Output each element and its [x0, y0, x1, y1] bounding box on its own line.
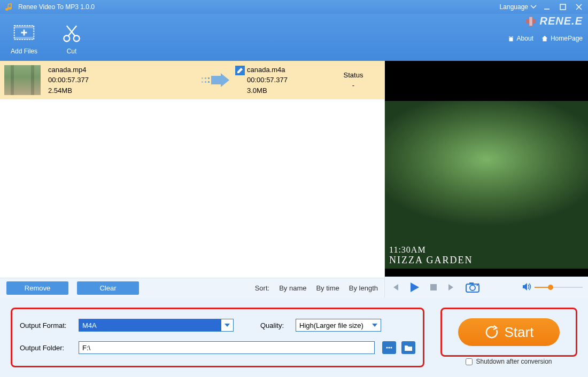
svg-rect-16 [509, 37, 513, 41]
app-logo-icon [5, 3, 14, 11]
svg-point-9 [64, 36, 69, 42]
quality-dropdown[interactable]: High(Larger file size) [296, 319, 381, 332]
more-button[interactable] [382, 341, 396, 354]
edit-output-button[interactable] [235, 66, 245, 75]
sort-by-time[interactable]: By time [316, 284, 339, 292]
stop-button[interactable] [429, 282, 438, 292]
clear-button[interactable]: Clear [77, 281, 139, 295]
snapshot-button[interactable] [465, 281, 480, 293]
sort-by-name[interactable]: By name [279, 284, 306, 292]
remove-button[interactable]: Remove [6, 281, 68, 295]
output-folder-input[interactable] [79, 341, 375, 354]
svg-rect-20 [205, 81, 206, 83]
svg-rect-19 [205, 77, 206, 79]
svg-point-26 [470, 285, 475, 290]
close-button[interactable] [575, 3, 583, 11]
source-size: 2.54MB [48, 85, 198, 96]
video-preview: 11:30AM NIZZA GARDEN [385, 61, 588, 277]
play-button[interactable] [408, 281, 420, 293]
svg-rect-15 [529, 17, 532, 26]
prev-button[interactable] [390, 282, 400, 292]
preview-location-overlay: NIZZA GARDEN [389, 255, 473, 266]
svg-rect-18 [202, 81, 203, 83]
arrow-icon [198, 72, 235, 88]
add-files-button[interactable]: Add Files [11, 20, 37, 55]
output-format-label: Output Format: [20, 321, 73, 329]
source-thumbnail [4, 65, 41, 95]
svg-rect-23 [211, 76, 221, 84]
minimize-button[interactable] [543, 3, 551, 11]
volume-icon[interactable] [522, 282, 531, 293]
svg-rect-17 [202, 77, 203, 79]
status-value: - [332, 80, 375, 91]
preview-time-overlay: 11:30AM [389, 245, 473, 255]
quality-label: Quality: [260, 321, 290, 329]
svg-point-29 [388, 347, 390, 348]
svg-rect-1 [560, 4, 566, 10]
volume-slider[interactable] [535, 287, 583, 288]
output-folder-label: Output Folder: [20, 344, 73, 352]
chevron-down-icon [369, 323, 381, 327]
svg-line-12 [67, 26, 75, 36]
language-dropdown[interactable]: Language [500, 3, 537, 11]
svg-rect-27 [469, 282, 474, 285]
source-filename: canada.mp4 [48, 65, 198, 75]
chevron-down-icon [221, 323, 233, 327]
next-button[interactable] [447, 282, 457, 292]
svg-point-10 [74, 36, 80, 42]
sort-by-length[interactable]: By length [349, 284, 378, 292]
file-row[interactable]: canada.mp4 00:00:57.377 2.54MB [0, 61, 384, 99]
cut-label: Cut [67, 48, 77, 55]
maximize-button[interactable] [559, 3, 567, 11]
browse-folder-button[interactable] [401, 341, 415, 354]
output-settings-group: Output Format: M4A Quality: High(Larger … [11, 308, 424, 367]
dest-filename: canada.m4a [247, 65, 288, 75]
svg-line-11 [68, 26, 77, 36]
svg-point-30 [390, 347, 392, 348]
cut-button[interactable]: Cut [59, 20, 84, 55]
status-header: Status [332, 70, 375, 81]
sort-label: Sort: [255, 284, 269, 292]
shutdown-checkbox[interactable] [466, 358, 473, 365]
start-group: Start [440, 308, 577, 357]
homepage-link[interactable]: HomePage [541, 35, 583, 42]
brand-logo: RENE.E [525, 15, 583, 27]
source-duration: 00:00:57.377 [48, 75, 198, 85]
start-button[interactable]: Start [458, 318, 560, 346]
add-files-label: Add Files [11, 48, 37, 55]
app-title: Renee Video To MP3 1.0.0 [18, 3, 500, 11]
svg-rect-6 [14, 37, 34, 40]
film-plus-icon [11, 20, 37, 45]
dest-size: 3.0MB [247, 85, 288, 96]
scissors-icon [59, 20, 84, 45]
dest-duration: 00:00:57.377 [247, 75, 288, 85]
svg-rect-24 [430, 284, 437, 290]
svg-point-28 [386, 347, 388, 348]
shutdown-label: Shutdown after conversion [476, 358, 552, 365]
svg-rect-22 [208, 81, 210, 83]
output-format-dropdown[interactable]: M4A [79, 319, 234, 332]
svg-rect-5 [14, 26, 34, 28]
svg-rect-21 [208, 77, 210, 79]
about-link[interactable]: About [507, 35, 533, 42]
